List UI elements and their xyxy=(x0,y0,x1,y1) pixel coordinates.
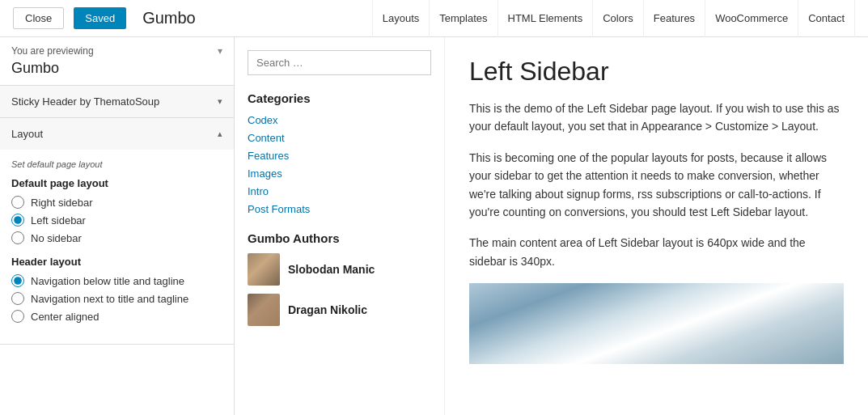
nav-item-woocommerce[interactable]: WooCommerce xyxy=(705,0,798,37)
nav-item-layouts[interactable]: Layouts xyxy=(372,0,430,37)
article-paragraph-2: This is becoming one of the popular layo… xyxy=(469,149,844,222)
left-sidebar-radio[interactable] xyxy=(11,214,24,227)
list-item: Post Formats xyxy=(248,202,431,215)
categories-title: Categories xyxy=(248,91,431,105)
article-image xyxy=(469,283,844,364)
header-radio-group: Navigation below title and tagline Navig… xyxy=(11,274,222,323)
article-title: Left Sidebar xyxy=(469,57,844,87)
default-layout-label: Default page layout xyxy=(11,177,222,189)
list-item: Features xyxy=(248,149,431,162)
category-link-intro[interactable]: Intro xyxy=(248,185,269,197)
sticky-header-header[interactable]: Sticky Header by ThematoSoup ▾ xyxy=(0,86,234,117)
avatar-slobodan xyxy=(248,253,280,286)
nav-below-option[interactable]: Navigation below title and tagline xyxy=(11,274,222,287)
nav-item-templates[interactable]: Templates xyxy=(429,0,497,37)
article-paragraph-3: The main content area of Left Sidebar la… xyxy=(469,234,844,270)
saved-button[interactable]: Saved xyxy=(74,7,126,29)
layout-section: Layout ▴ Set default page layout Default… xyxy=(0,118,234,345)
avatar-image-dragan xyxy=(248,294,280,326)
category-list: Codex Content Features Images Intro Post… xyxy=(248,113,431,215)
right-sidebar-radio[interactable] xyxy=(11,196,24,209)
list-item: Codex xyxy=(248,113,431,126)
authors-title: Gumbo Authors xyxy=(248,231,431,245)
layout-label: Layout xyxy=(11,128,43,140)
article-body: This is the demo of the Left Sidebar pag… xyxy=(469,100,844,270)
no-sidebar-label: No sidebar xyxy=(31,232,82,244)
category-link-features[interactable]: Features xyxy=(248,150,289,162)
nav-below-label: Navigation below title and tagline xyxy=(31,275,184,287)
article-paragraph-1: This is the demo of the Left Sidebar pag… xyxy=(469,100,844,136)
list-item: Intro xyxy=(248,184,431,197)
layout-section-header[interactable]: Layout ▴ xyxy=(0,118,234,150)
close-button[interactable]: Close xyxy=(13,7,64,29)
category-link-post-formats[interactable]: Post Formats xyxy=(248,203,310,215)
top-bar-left: Close Saved Gumbo xyxy=(13,7,196,29)
nav-item-features[interactable]: Features xyxy=(643,0,705,37)
content-area: Categories Codex Content Features Images… xyxy=(235,37,868,415)
sticky-header-label: Sticky Header by ThematoSoup xyxy=(11,95,159,108)
center-aligned-option[interactable]: Center aligned xyxy=(11,310,222,323)
customizer-panel: You are previewing ▾ Gumbo Sticky Header… xyxy=(0,37,235,415)
right-sidebar-option[interactable]: Right sidebar xyxy=(11,196,222,209)
main-layout: You are previewing ▾ Gumbo Sticky Header… xyxy=(0,37,868,415)
layout-options: Set default page layout Default page lay… xyxy=(0,150,234,344)
no-sidebar-radio[interactable] xyxy=(11,231,24,244)
nav-item-html-elements[interactable]: HTML Elements xyxy=(498,0,593,37)
top-bar: Close Saved Gumbo LayoutsTemplatesHTML E… xyxy=(0,0,868,37)
nav-item-contact[interactable]: Contact xyxy=(798,0,855,37)
sticky-header-arrow-icon: ▾ xyxy=(218,96,222,107)
preview-site-name: Gumbo xyxy=(0,60,234,86)
list-item: Images xyxy=(248,167,431,180)
left-sidebar-option[interactable]: Left sidebar xyxy=(11,214,222,227)
no-sidebar-option[interactable]: No sidebar xyxy=(11,231,222,244)
sticky-header-section: Sticky Header by ThematoSoup ▾ xyxy=(0,86,234,118)
content-sidebar: Categories Codex Content Features Images… xyxy=(235,37,445,415)
header-layout-label: Header layout xyxy=(11,256,222,268)
authors-section: Gumbo Authors Slobodan Manic Dragan Niko… xyxy=(248,231,431,326)
author-name-slobodan[interactable]: Slobodan Manic xyxy=(288,263,375,276)
preview-arrow-icon: ▾ xyxy=(218,45,222,57)
category-link-content[interactable]: Content xyxy=(248,132,285,144)
set-default-label: Set default page layout xyxy=(11,159,222,169)
nav-next-option[interactable]: Navigation next to title and tagline xyxy=(11,292,222,305)
avatar-image-slobodan xyxy=(248,253,280,286)
center-aligned-label: Center aligned xyxy=(31,311,100,323)
category-link-images[interactable]: Images xyxy=(248,167,282,180)
preview-notice: You are previewing ▾ xyxy=(0,37,234,60)
nav-next-radio[interactable] xyxy=(11,292,24,305)
top-navigation: LayoutsTemplatesHTML ElementsColorsFeatu… xyxy=(372,0,855,37)
nav-next-label: Navigation next to title and tagline xyxy=(31,293,188,305)
author-item-dragan: Dragan Nikolic xyxy=(248,294,431,326)
layout-radio-group: Right sidebar Left sidebar No sidebar xyxy=(11,196,222,244)
author-item-slobodan: Slobodan Manic xyxy=(248,253,431,286)
avatar-dragan xyxy=(248,294,280,326)
site-title: Gumbo xyxy=(142,9,196,28)
center-aligned-radio[interactable] xyxy=(11,310,24,323)
right-sidebar-label: Right sidebar xyxy=(31,197,93,209)
search-input[interactable] xyxy=(248,50,431,75)
left-sidebar-label: Left sidebar xyxy=(31,214,86,227)
preview-notice-text: You are previewing xyxy=(11,45,94,57)
nav-below-radio[interactable] xyxy=(11,274,24,287)
layout-arrow-icon: ▴ xyxy=(218,129,222,139)
author-name-dragan[interactable]: Dragan Nikolic xyxy=(288,303,367,316)
category-link-codex[interactable]: Codex xyxy=(248,114,278,126)
nav-item-colors[interactable]: Colors xyxy=(592,0,643,37)
main-article: Left Sidebar This is the demo of the Lef… xyxy=(445,37,868,415)
list-item: Content xyxy=(248,131,431,144)
